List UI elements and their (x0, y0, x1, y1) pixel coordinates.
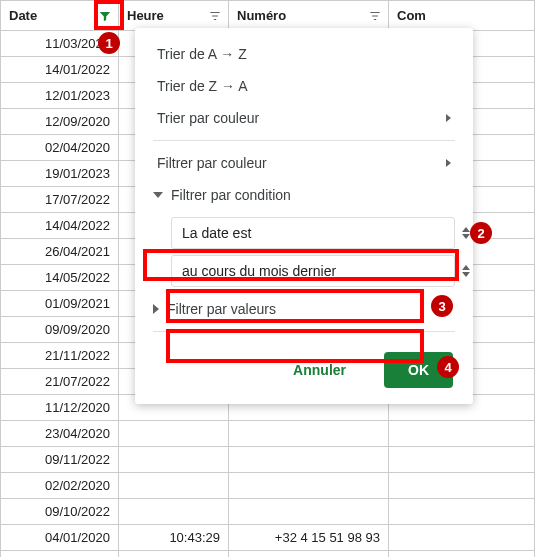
cell[interactable]: 10:43:29 (119, 525, 229, 551)
header-label: Com (397, 8, 426, 23)
callout-4: 4 (437, 356, 459, 378)
cell[interactable] (389, 551, 535, 558)
filter-icon[interactable] (96, 7, 114, 25)
cell[interactable]: 17/07/2022 (1, 187, 119, 213)
filter-by-values-toggle[interactable]: Filtrer par valeurs (135, 293, 473, 325)
cell[interactable]: 04/01/2020 (1, 525, 119, 551)
cell[interactable]: 19/01/2023 (1, 161, 119, 187)
column-header-com[interactable]: Com (389, 1, 535, 31)
filter-menu: Trier de A → Z Trier de Z → A Trier par … (135, 28, 473, 404)
cell[interactable] (389, 447, 535, 473)
cell[interactable] (119, 447, 229, 473)
cell[interactable]: 09/10/2022 (1, 499, 119, 525)
cell[interactable]: 09/11/2022 (1, 447, 119, 473)
menu-divider (153, 331, 455, 332)
header-label: Numéro (237, 8, 286, 23)
table-row[interactable]: 31/12/2022 (1, 551, 535, 558)
cell[interactable]: 09/09/2020 (1, 317, 119, 343)
cell[interactable] (119, 473, 229, 499)
table-row[interactable]: 09/11/2022 (1, 447, 535, 473)
chevron-right-icon (446, 159, 451, 167)
header-label: Date (9, 8, 37, 23)
cell[interactable] (119, 499, 229, 525)
cell[interactable]: 14/05/2022 (1, 265, 119, 291)
chevron-right-icon (153, 304, 159, 314)
cell[interactable] (389, 499, 535, 525)
callout-2: 2 (470, 222, 492, 244)
cell[interactable] (389, 525, 535, 551)
cell[interactable]: 14/04/2022 (1, 213, 119, 239)
spinner-icon[interactable] (462, 218, 470, 248)
cell[interactable] (119, 421, 229, 447)
table-row[interactable]: 02/02/2020 (1, 473, 535, 499)
column-header-numero[interactable]: Numéro (229, 1, 389, 31)
cell[interactable]: 12/01/2023 (1, 83, 119, 109)
callout-1: 1 (98, 32, 120, 54)
cell[interactable]: 21/11/2022 (1, 343, 119, 369)
cell[interactable] (229, 499, 389, 525)
condition-value-select[interactable]: au cours du mois dernier (171, 255, 455, 287)
cell[interactable]: 01/09/2021 (1, 291, 119, 317)
cell[interactable]: 23/04/2020 (1, 421, 119, 447)
cell[interactable]: 02/02/2020 (1, 473, 119, 499)
cell[interactable] (229, 551, 389, 558)
spinner-icon[interactable] (462, 256, 470, 286)
cell[interactable]: 26/04/2021 (1, 239, 119, 265)
sort-za[interactable]: Trier de Z → A (135, 70, 473, 102)
condition-type-select[interactable]: La date est (171, 217, 455, 249)
cell[interactable] (229, 447, 389, 473)
cell[interactable] (119, 551, 229, 558)
table-row[interactable]: 23/04/2020 (1, 421, 535, 447)
column-header-heure[interactable]: Heure (119, 1, 229, 31)
cell[interactable]: 11/12/2020 (1, 395, 119, 421)
cell[interactable]: 14/01/2022 (1, 57, 119, 83)
filter-by-color[interactable]: Filtrer par couleur (135, 147, 473, 179)
cell[interactable]: 31/12/2022 (1, 551, 119, 558)
cell[interactable] (389, 473, 535, 499)
table-row[interactable]: 04/01/202010:43:29+32 4 15 51 98 93 (1, 525, 535, 551)
filter-by-condition-toggle[interactable]: Filtrer par condition (135, 179, 473, 211)
cell[interactable]: 12/09/2020 (1, 109, 119, 135)
cell[interactable] (229, 421, 389, 447)
filter-icon[interactable] (366, 7, 384, 25)
cell[interactable]: 21/07/2022 (1, 369, 119, 395)
cell[interactable]: +32 4 15 51 98 93 (229, 525, 389, 551)
chevron-down-icon (153, 192, 163, 198)
sort-az[interactable]: Trier de A → Z (135, 38, 473, 70)
table-row[interactable]: 09/10/2022 (1, 499, 535, 525)
cell[interactable]: 02/04/2020 (1, 135, 119, 161)
cancel-button[interactable]: Annuler (269, 352, 370, 388)
callout-3: 3 (431, 295, 453, 317)
chevron-right-icon (446, 114, 451, 122)
cell[interactable] (389, 421, 535, 447)
filter-icon[interactable] (206, 7, 224, 25)
cell[interactable] (229, 473, 389, 499)
sort-by-color[interactable]: Trier par couleur (135, 102, 473, 134)
column-header-date[interactable]: Date (1, 1, 119, 31)
menu-divider (153, 140, 455, 141)
header-label: Heure (127, 8, 164, 23)
